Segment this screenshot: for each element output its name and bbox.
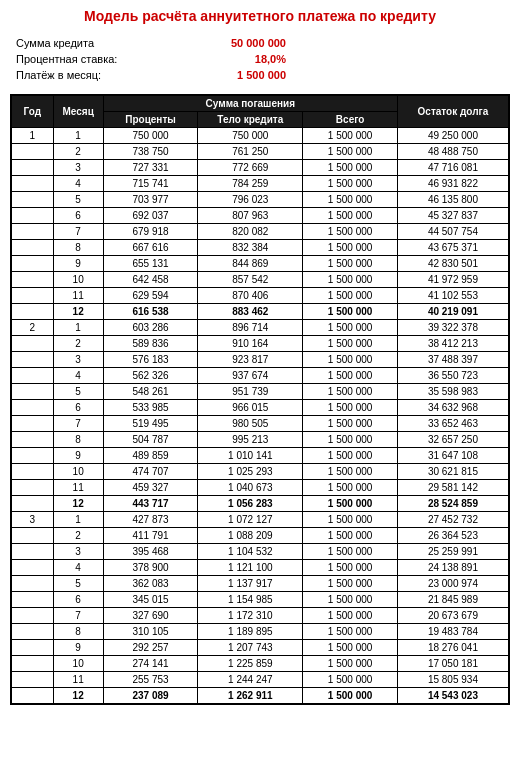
cell-principal: 1 121 100 (198, 560, 303, 576)
cell-balance: 14 543 023 (397, 688, 509, 705)
cell-month: 1 (53, 128, 103, 144)
cell-interest: 345 015 (103, 592, 198, 608)
cell-balance: 31 647 108 (397, 448, 509, 464)
cell-principal: 820 082 (198, 224, 303, 240)
header-balance: Остаток долга (397, 95, 509, 128)
cell-month: 7 (53, 608, 103, 624)
cell-principal: 772 669 (198, 160, 303, 176)
cell-year (11, 496, 53, 512)
cell-balance: 43 675 371 (397, 240, 509, 256)
cell-balance: 33 652 463 (397, 416, 509, 432)
cell-interest: 504 787 (103, 432, 198, 448)
cell-total: 1 500 000 (303, 336, 398, 352)
cell-principal: 1 040 673 (198, 480, 303, 496)
cell-year (11, 160, 53, 176)
cell-interest: 474 707 (103, 464, 198, 480)
table-row: 4378 9001 121 1001 500 00024 138 891 (11, 560, 509, 576)
cell-year (11, 352, 53, 368)
cell-year (11, 576, 53, 592)
cell-balance: 27 452 732 (397, 512, 509, 528)
cell-interest: 727 331 (103, 160, 198, 176)
table-row: 2589 836910 1641 500 00038 412 213 (11, 336, 509, 352)
cell-interest: 679 918 (103, 224, 198, 240)
table-row: 10642 458857 5421 500 00041 972 959 (11, 272, 509, 288)
param-label: Процентная ставка: (12, 52, 181, 66)
cell-balance: 21 845 989 (397, 592, 509, 608)
cell-month: 6 (53, 208, 103, 224)
table-row: 4715 741784 2591 500 00046 931 822 (11, 176, 509, 192)
cell-total: 1 500 000 (303, 288, 398, 304)
cell-month: 7 (53, 224, 103, 240)
table-row: 8667 616832 3841 500 00043 675 371 (11, 240, 509, 256)
cell-total: 1 500 000 (303, 512, 398, 528)
cell-interest: 703 977 (103, 192, 198, 208)
cell-interest: 274 141 (103, 656, 198, 672)
cell-interest: 489 859 (103, 448, 198, 464)
table-row: 9655 131844 8691 500 00042 830 501 (11, 256, 509, 272)
cell-month: 11 (53, 480, 103, 496)
cell-balance: 38 412 213 (397, 336, 509, 352)
cell-year (11, 560, 53, 576)
cell-total: 1 500 000 (303, 400, 398, 416)
header-year: Год (11, 95, 53, 128)
cell-interest: 562 326 (103, 368, 198, 384)
param-value: 18,0% (183, 52, 306, 66)
cell-principal: 784 259 (198, 176, 303, 192)
cell-month: 12 (53, 688, 103, 705)
cell-total: 1 500 000 (303, 672, 398, 688)
cell-principal: 1 172 310 (198, 608, 303, 624)
cell-interest: 715 741 (103, 176, 198, 192)
cell-year (11, 256, 53, 272)
params-table: Сумма кредита50 000 000Процентная ставка… (10, 34, 510, 84)
cell-interest: 411 791 (103, 528, 198, 544)
cell-total: 1 500 000 (303, 192, 398, 208)
table-row: 12616 538883 4621 500 00040 219 091 (11, 304, 509, 320)
cell-balance: 49 250 000 (397, 128, 509, 144)
cell-balance: 47 716 081 (397, 160, 509, 176)
cell-month: 3 (53, 544, 103, 560)
cell-total: 1 500 000 (303, 640, 398, 656)
cell-month: 1 (53, 512, 103, 528)
cell-month: 9 (53, 448, 103, 464)
cell-total: 1 500 000 (303, 384, 398, 400)
cell-month: 5 (53, 192, 103, 208)
cell-balance: 23 000 974 (397, 576, 509, 592)
table-row: 7679 918820 0821 500 00044 507 754 (11, 224, 509, 240)
cell-interest: 292 257 (103, 640, 198, 656)
cell-year (11, 368, 53, 384)
cell-balance: 39 322 378 (397, 320, 509, 336)
cell-month: 10 (53, 272, 103, 288)
cell-month: 5 (53, 576, 103, 592)
cell-month: 5 (53, 384, 103, 400)
cell-year (11, 416, 53, 432)
cell-balance: 48 488 750 (397, 144, 509, 160)
cell-principal: 1 104 532 (198, 544, 303, 560)
cell-year (11, 192, 53, 208)
cell-month: 2 (53, 528, 103, 544)
cell-balance: 28 524 859 (397, 496, 509, 512)
cell-total: 1 500 000 (303, 304, 398, 320)
cell-month: 11 (53, 672, 103, 688)
main-table: Год Месяц Сумма погашения Остаток долга … (10, 94, 510, 705)
cell-total: 1 500 000 (303, 560, 398, 576)
cell-month: 8 (53, 432, 103, 448)
table-row: 12237 0891 262 9111 500 00014 543 023 (11, 688, 509, 705)
header-principal: Тело кредита (198, 112, 303, 128)
cell-interest: 655 131 (103, 256, 198, 272)
cell-principal: 857 542 (198, 272, 303, 288)
cell-principal: 980 505 (198, 416, 303, 432)
cell-interest: 629 594 (103, 288, 198, 304)
cell-interest: 642 458 (103, 272, 198, 288)
cell-balance: 41 972 959 (397, 272, 509, 288)
cell-year (11, 544, 53, 560)
cell-principal: 883 462 (198, 304, 303, 320)
cell-principal: 1 207 743 (198, 640, 303, 656)
cell-year (11, 384, 53, 400)
cell-total: 1 500 000 (303, 624, 398, 640)
cell-total: 1 500 000 (303, 576, 398, 592)
cell-principal: 896 714 (198, 320, 303, 336)
cell-year (11, 176, 53, 192)
cell-principal: 910 164 (198, 336, 303, 352)
cell-year (11, 656, 53, 672)
cell-month: 4 (53, 176, 103, 192)
